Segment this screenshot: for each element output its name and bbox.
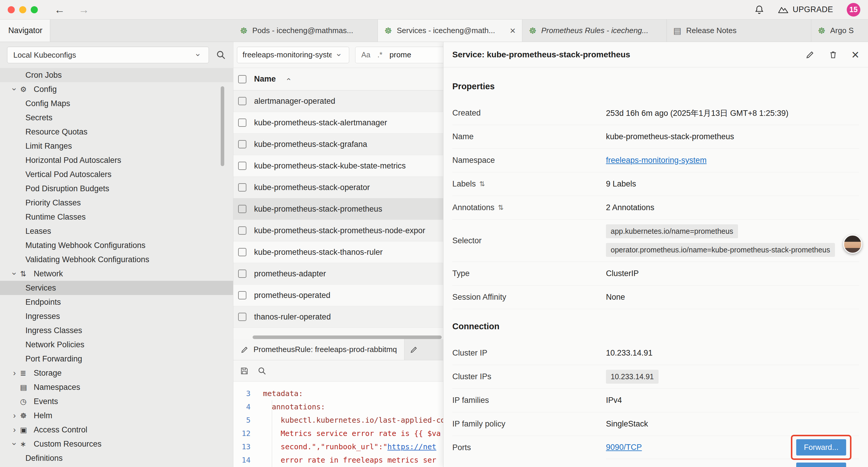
sidebar-item[interactable]: Mutating Webhook Configurations [0, 238, 233, 253]
edit-pencil-icon[interactable] [805, 50, 815, 59]
editor-search-icon[interactable] [258, 367, 267, 375]
tab[interactable]: ☸ Prometheus Rules - icecheng... × [522, 20, 667, 42]
row-checkbox[interactable] [238, 97, 246, 105]
sidebar-item[interactable]: › ☸ Helm [0, 408, 233, 423]
regex-toggle[interactable]: .* [378, 51, 382, 59]
forward-button[interactable]: Forward... [796, 439, 846, 456]
port-link[interactable]: 8080:reloader-web/TCP [606, 466, 691, 467]
sidebar-item[interactable]: Endpoints [0, 295, 233, 309]
window-minimize-button[interactable] [19, 6, 26, 13]
namespace-link[interactable]: freeleaps-monitoring-system [606, 156, 707, 165]
sidebar-item[interactable]: › ∗ Custom Resources [0, 437, 233, 451]
window-maximize-button[interactable] [31, 6, 38, 13]
name-column-header[interactable]: Name [254, 75, 276, 84]
property-label: IP family policy [452, 419, 606, 429]
sidebar-item[interactable]: Horizontal Pod Autoscalers [0, 153, 233, 167]
service-name: kube-prometheus-stack-alertmanager [254, 118, 387, 127]
expand-updown-icon[interactable]: ⇅ [479, 180, 485, 188]
selector-chip: app.kubernetes.io/name=prometheus [606, 224, 738, 238]
row-checkbox[interactable] [238, 140, 246, 148]
upgrade-button[interactable]: UPGRADE [778, 5, 833, 14]
tab[interactable]: ☸ Services - icecheng@math... × [378, 20, 522, 42]
sidebar-item-label: Validating Webhook Configurations [25, 255, 149, 264]
delete-trash-icon[interactable] [829, 50, 838, 59]
row-checkbox[interactable] [238, 162, 246, 170]
chevron-down-icon[interactable]: › [9, 84, 20, 95]
horizontal-scrollbar[interactable] [253, 335, 442, 339]
sidebar-item[interactable]: Vertical Pod Autoscalers [0, 167, 233, 181]
sidebar-item[interactable]: Resource Quotas [0, 125, 233, 139]
editor-tab[interactable]: PrometheusRule: freeleaps-prod-rabbitmq [234, 339, 404, 360]
sidebar-search-icon[interactable] [216, 50, 226, 60]
sidebar-item[interactable]: › ≣ Storage [0, 366, 233, 380]
sidebar-item[interactable]: Validating Webhook Configurations [0, 253, 233, 267]
sidebar-item[interactable]: Priority Classes [0, 196, 233, 210]
sidebar-item[interactable]: Cron Jobs [0, 68, 233, 82]
namespace-selector[interactable]: freeleaps-monitoring-system › [237, 47, 349, 63]
sidebar-item[interactable]: Definitions [0, 451, 233, 465]
avatar[interactable] [843, 235, 862, 254]
sidebar-item[interactable]: ▤ Namespaces [0, 380, 233, 394]
sidebar-item[interactable]: Network Policies [0, 338, 233, 352]
sidebar-item[interactable]: › ⚙ Config [0, 82, 233, 96]
sidebar-item[interactable]: › ▣ Access Control [0, 423, 233, 437]
tab-close-icon[interactable]: × [510, 26, 516, 35]
tab[interactable]: ▤ Release Notes × [667, 20, 811, 42]
chevron-right-icon[interactable]: › [9, 410, 20, 421]
sidebar-scrollbar[interactable] [221, 86, 224, 166]
sidebar-item[interactable]: Secrets [0, 111, 233, 125]
service-name: kube-prometheus-stack-prometheus-node-ex… [254, 226, 425, 235]
sidebar-item[interactable]: Limit Ranges [0, 139, 233, 153]
row-checkbox[interactable] [238, 119, 246, 127]
code-token: kubectl.kubernetes.io/last-applied-co [281, 416, 445, 425]
sidebar-item-label: Custom Resources [34, 439, 102, 449]
row-checkbox[interactable] [238, 313, 246, 321]
close-icon[interactable]: × [851, 48, 859, 61]
save-icon[interactable] [240, 367, 249, 375]
port-row: 9090/TCP Forward... [606, 436, 859, 459]
sidebar-item[interactable]: Ingress Classes [0, 323, 233, 338]
sidebar-item[interactable]: Pod Disruption Budgets [0, 181, 233, 196]
match-case-toggle[interactable]: Aa [361, 51, 370, 59]
select-all-checkbox[interactable] [238, 75, 246, 83]
property-label: Ports [452, 436, 606, 452]
sort-ascending-icon[interactable]: › [284, 75, 292, 84]
sidebar-item[interactable]: Port Forwarding [0, 352, 233, 366]
sidebar-item[interactable]: Runtime Classes [0, 210, 233, 224]
expand-updown-icon[interactable]: ⇅ [498, 204, 504, 212]
row-checkbox[interactable] [238, 269, 246, 278]
sidebar-item[interactable]: Config Maps [0, 96, 233, 111]
property-row-selector: Selector app.kubernetes.io/name=promethe… [452, 220, 859, 262]
sidebar-item[interactable]: ◷ Events [0, 394, 233, 408]
service-detail-panel: Service: kube-prometheus-stack-prometheu… [443, 42, 868, 467]
sidebar-item[interactable]: Leases [0, 224, 233, 238]
back-button[interactable]: ← [54, 4, 65, 16]
forward-button[interactable]: Forward... [796, 463, 846, 467]
row-checkbox[interactable] [238, 183, 246, 192]
forward-button[interactable]: → [79, 4, 89, 16]
notifications-bell-icon[interactable] [754, 5, 764, 15]
row-checkbox[interactable] [238, 291, 246, 299]
sidebar-item[interactable]: › ⇅ Network [0, 267, 233, 281]
notification-count-badge[interactable]: 15 [847, 3, 860, 17]
row-checkbox[interactable] [238, 248, 246, 256]
row-checkbox[interactable] [238, 226, 246, 235]
tab[interactable]: ☸ Argo S × [811, 20, 868, 42]
chevron-down-icon[interactable]: › [9, 268, 20, 279]
tab[interactable]: ☸ Pods - icecheng@mathmas... × [234, 20, 378, 42]
sidebar-item[interactable]: Services [0, 281, 233, 295]
port-row: 8080:reloader-web/TCP Forward... [606, 459, 859, 467]
row-checkbox[interactable] [238, 205, 246, 213]
chevron-right-icon[interactable]: › [9, 368, 20, 379]
window-close-button[interactable] [8, 6, 15, 13]
properties-heading: Properties [452, 82, 859, 91]
chevron-right-icon[interactable]: › [9, 424, 20, 435]
kubeconfig-selector[interactable]: Local Kubeconfigs › [7, 47, 209, 63]
property-row-name: Name kube-prometheus-stack-prometheus [452, 125, 859, 149]
property-row-labels: Labels ⇅ 9 Labels [452, 172, 859, 196]
chevron-down-icon[interactable]: › [9, 438, 20, 449]
sidebar-item[interactable]: Ingresses [0, 309, 233, 323]
editor-tab-partial[interactable] [404, 339, 423, 360]
editor-tab-label: PrometheusRule: freeleaps-prod-rabbitmq [253, 345, 397, 354]
port-link[interactable]: 9090/TCP [606, 443, 642, 452]
